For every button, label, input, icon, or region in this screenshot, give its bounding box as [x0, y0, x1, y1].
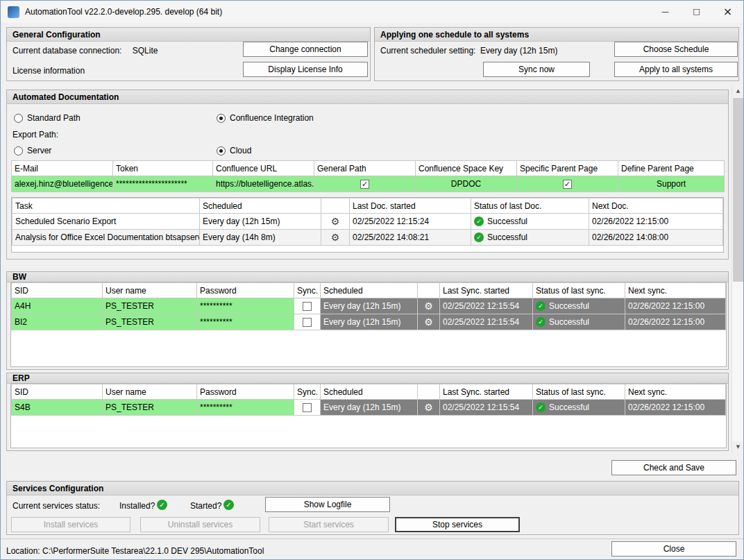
erp-title: ERP [7, 373, 728, 384]
header-row: Task Scheduled Last Doc. started Status … [12, 198, 723, 214]
check-icon: ✓ [362, 180, 368, 188]
radio-label: Cloud [230, 146, 251, 155]
column-header: Status of last sync. [533, 384, 625, 400]
radio-confluence-integration[interactable]: Confluence Integration [217, 113, 314, 123]
email-cell: alexej.hinz@bluetelligence... [12, 176, 113, 192]
parent-page-cell: Support [618, 176, 725, 192]
uninstall-services-button[interactable]: Uninstall services [140, 517, 260, 532]
scrollbar[interactable]: ▲ ▼ [732, 85, 743, 453]
scheduled-cell: Every day (12h 15m) [321, 400, 418, 416]
confluence-url-cell: https://bluetelligence.atlas... [213, 176, 314, 192]
sync-now-button[interactable]: Sync now [483, 62, 590, 77]
radio-checked-icon [217, 146, 226, 155]
next-sync-cell: 02/26/2022 12:15:00 [625, 314, 726, 330]
table-row: A4H PS_TESTER ********** Every day (12h … [12, 298, 726, 314]
display-license-button[interactable]: Display License Info [243, 62, 368, 77]
close-icon[interactable]: × [712, 1, 743, 22]
success-icon: ✓ [474, 217, 484, 226]
check-and-save-button[interactable]: Check and Save [611, 460, 736, 475]
last-sync-cell: 02/25/2022 12:15:54 [440, 298, 533, 314]
column-header: Status of last sync. [533, 283, 625, 298]
radio-standard-path[interactable]: Standard Path [14, 113, 81, 123]
column-header: Confluence URL [213, 161, 314, 176]
gear-icon[interactable]: ⚙ [424, 402, 433, 413]
status-cell: ✓Successful [533, 400, 625, 416]
column-header [321, 198, 350, 214]
gear-icon[interactable]: ⚙ [331, 232, 340, 243]
schedule-all-group: Applying one schedule to all systems Cur… [374, 27, 739, 81]
gear-icon[interactable]: ⚙ [424, 316, 433, 328]
sid-cell: S4B [12, 400, 103, 416]
radio-icon [14, 114, 23, 123]
table-row: Analysis for Office Excel Documentation … [12, 230, 723, 246]
success-icon: ✓ [536, 301, 546, 311]
column-header [418, 384, 440, 400]
start-services-button[interactable]: Start services [269, 517, 389, 532]
column-header: Last Doc. started [350, 198, 471, 214]
show-logfile-button[interactable]: Show Logfile [265, 497, 390, 512]
table-row: BI2 PS_TESTER ********** Every day (12h … [12, 314, 726, 330]
apply-all-systems-button[interactable]: Apply to all systems [614, 62, 738, 77]
db-connection-label: Current database connection: [12, 46, 121, 56]
app-icon [8, 6, 19, 18]
titlebar: AutomationTool v22.2.0-develop.295. deve… [1, 1, 743, 23]
scrollbar-thumb[interactable] [733, 98, 743, 282]
sid-cell: A4H [12, 298, 103, 314]
erp-group: ERP SID User name Password Sync. Schedul… [6, 373, 729, 451]
install-services-button[interactable]: Install services [11, 517, 130, 532]
next-sync-cell: 02/26/2022 12:15:00 [625, 298, 726, 314]
column-header: Sync. [294, 283, 321, 298]
token-cell: ********************** [113, 176, 213, 192]
status-text: Successful [487, 232, 527, 242]
radio-label: Server [27, 146, 51, 155]
erp-table-wrap: SID User name Password Sync. Scheduled L… [10, 383, 727, 448]
erp-table: SID User name Password Sync. Scheduled L… [11, 384, 726, 416]
stop-services-button[interactable]: Stop services [395, 517, 520, 532]
column-header: Next sync. [625, 283, 726, 298]
close-dialog-button[interactable]: Close [611, 541, 736, 557]
status-text: Successful [549, 402, 589, 412]
sync-checkbox[interactable] [303, 302, 312, 311]
header-row: SID User name Password Sync. Scheduled L… [12, 283, 726, 298]
gear-icon[interactable]: ⚙ [424, 300, 433, 312]
header-row: SID User name Password Sync. Scheduled L… [12, 384, 726, 400]
specific-parent-checkbox[interactable]: ✓ [563, 180, 572, 189]
column-header: Sync. [294, 384, 321, 400]
license-info-label: License information [12, 66, 85, 76]
scroll-up-icon[interactable]: ▲ [732, 85, 744, 97]
app-window: AutomationTool v22.2.0-develop.295. deve… [0, 0, 744, 560]
status-cell: ✓Successful [533, 314, 625, 330]
column-header: E-Mail [12, 161, 113, 176]
choose-schedule-button[interactable]: Choose Schedule [614, 42, 738, 57]
change-connection-button[interactable]: Change connection [243, 42, 368, 57]
column-header: Status of last Doc. [471, 198, 589, 214]
user-cell: PS_TESTER [103, 314, 197, 330]
sync-checkbox[interactable] [303, 403, 312, 412]
last-doc-cell: 02/25/2022 12:15:24 [350, 214, 471, 230]
radio-server[interactable]: Server [14, 146, 51, 155]
confluence-table: E-Mail Token Confluence URL General Path… [11, 160, 725, 192]
password-cell: ********** [197, 298, 294, 314]
column-header: Task [12, 198, 200, 214]
tasks-table: Task Scheduled Last Doc. started Status … [12, 198, 723, 246]
automated-documentation-title: Automated Documentation [7, 90, 728, 104]
status-text: Successful [549, 317, 589, 327]
gear-icon[interactable]: ⚙ [331, 216, 340, 227]
general-path-checkbox[interactable]: ✓ [360, 180, 369, 189]
status-text: Successful [487, 217, 527, 226]
maximize-icon[interactable]: □ [681, 1, 712, 22]
radio-cloud[interactable]: Cloud [217, 146, 251, 155]
scroll-down-icon[interactable]: ▼ [732, 441, 744, 453]
table-row: Scheduled Scenario Export Every day (12h… [12, 214, 723, 230]
sync-checkbox[interactable] [303, 318, 312, 327]
export-path-label: Export Path: [12, 130, 58, 139]
minimize-icon[interactable]: — [650, 1, 681, 22]
success-icon: ✓ [536, 317, 546, 327]
password-cell: ********** [197, 400, 294, 416]
last-sync-cell: 02/25/2022 12:15:54 [440, 400, 533, 416]
scheduler-setting-label: Current scheduler setting: [380, 46, 475, 56]
column-header: Password [197, 384, 294, 400]
next-doc-cell: 02/26/2022 14:08:00 [589, 230, 723, 246]
scheduled-cell: Every day (12h 15m) [200, 214, 321, 230]
general-configuration-title: General Configuration [7, 28, 370, 42]
